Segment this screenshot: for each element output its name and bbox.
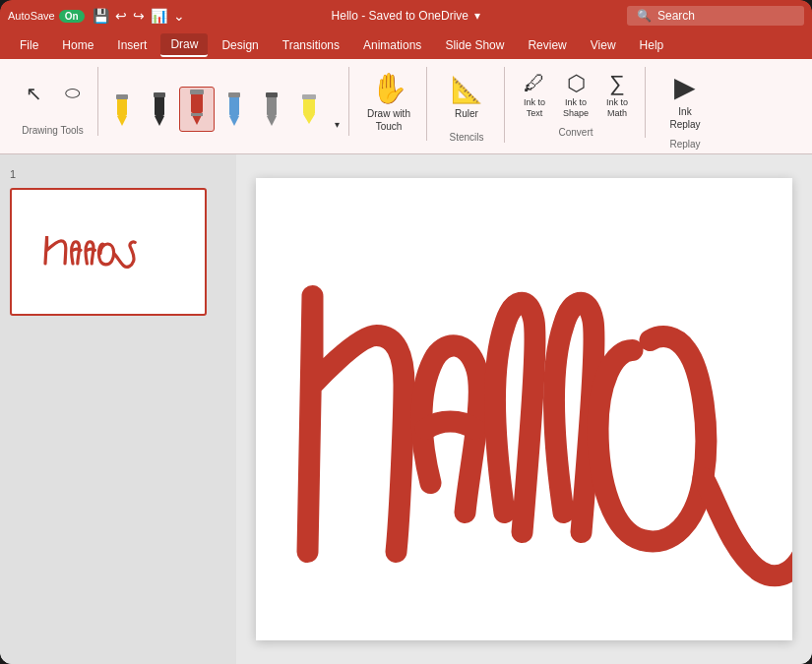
ruler-button[interactable]: 📐 Ruler	[437, 67, 496, 128]
menu-help[interactable]: Help	[630, 34, 674, 56]
convert-group: 🖊 Ink toText ⬡ Ink toShape ∑ Ink toMath …	[507, 67, 646, 138]
svg-rect-5	[154, 92, 165, 97]
document-title: Hello - Saved to OneDrive	[332, 9, 468, 23]
pens-dropdown-icon: ▾	[335, 119, 340, 130]
pen-yellow2-button[interactable]	[291, 92, 327, 132]
svg-marker-1	[117, 116, 127, 126]
ink-replay-label: InkReplay	[669, 105, 700, 131]
search-bar[interactable]: 🔍 Search	[627, 6, 804, 26]
slide-thumbnail[interactable]	[10, 188, 207, 316]
slides-panel: 1	[0, 154, 236, 664]
search-icon: 🔍	[637, 9, 652, 23]
ruler-label: Ruler	[455, 107, 478, 120]
title-dropdown-icon[interactable]: ▾	[474, 9, 480, 23]
ink-to-text-button[interactable]: 🖊 Ink toText	[515, 67, 554, 123]
menu-file[interactable]: File	[10, 34, 48, 56]
svg-marker-17	[303, 114, 315, 124]
pen-yellow-button[interactable]	[104, 92, 140, 132]
pen-blue-button[interactable]	[217, 91, 252, 132]
svg-rect-10	[229, 94, 239, 116]
drawing-tools-label: Drawing Tools	[22, 121, 84, 136]
drawing-tools-group: ↖ ⬭ Drawing Tools	[8, 67, 98, 136]
replay-icon: ▶	[674, 71, 696, 103]
svg-rect-2	[116, 94, 128, 99]
svg-rect-8	[190, 90, 204, 94]
svg-rect-3	[155, 94, 164, 116]
ribbon-content: ↖ ⬭ Drawing Tools	[0, 63, 812, 153]
main-content: 1	[0, 154, 812, 664]
expand-icon[interactable]: ⌄	[173, 8, 185, 24]
ink-to-text-label: Ink toText	[524, 97, 545, 119]
redo-icon[interactable]: ↪	[133, 8, 145, 24]
autosave-label: AutoSave	[8, 10, 55, 22]
menu-slideshow[interactable]: Slide Show	[435, 34, 514, 56]
svg-rect-12	[228, 92, 240, 97]
menu-animations[interactable]: Animations	[353, 34, 431, 56]
select-icon: ↖	[26, 82, 42, 105]
menu-design[interactable]: Design	[212, 34, 268, 56]
main-slide-area[interactable]	[236, 154, 812, 664]
pen-gray-icon	[265, 92, 279, 130]
undo-icon[interactable]: ↩	[115, 8, 127, 24]
save-icon[interactable]: 💾	[93, 8, 109, 24]
ink-to-shape-button[interactable]: ⬡ Ink toShape	[556, 67, 595, 123]
title-bar: AutoSave On 💾 ↩ ↪ 📊 ⌄ Hello - Saved to O…	[0, 0, 812, 31]
lasso-tool-button[interactable]: ⬭	[54, 79, 90, 109]
draw-with-touch-group: ✋ Draw withTouch	[351, 67, 427, 141]
menu-transitions[interactable]: Transitions	[273, 34, 349, 56]
lasso-icon: ⬭	[65, 83, 80, 103]
svg-rect-9	[191, 113, 203, 116]
ink-to-math-button[interactable]: ∑ Ink toMath	[597, 67, 637, 123]
ink-to-shape-icon: ⬡	[567, 71, 586, 96]
menu-review[interactable]: Review	[518, 34, 576, 56]
presenter-icon[interactable]: 📊	[151, 8, 167, 24]
replay-label: Replay	[669, 135, 700, 150]
menu-bar: File Home Insert Draw Design Transitions…	[0, 31, 812, 59]
stencils-label: Stencils	[449, 128, 483, 143]
svg-rect-13	[267, 94, 277, 116]
ink-to-math-label: Ink toMath	[606, 97, 628, 119]
pens-group: ▾	[100, 67, 349, 136]
search-placeholder: Search	[657, 9, 695, 23]
select-tool-button[interactable]: ↖	[16, 78, 51, 111]
svg-rect-15	[266, 92, 278, 97]
pen-dark-button[interactable]	[142, 91, 177, 132]
slide-number: 1	[10, 168, 16, 180]
slide-thumb-container: 1	[10, 188, 226, 316]
pen-yellow2-icon	[300, 94, 318, 130]
svg-marker-11	[229, 116, 239, 126]
draw-with-touch-button[interactable]: ✋ Draw withTouch	[359, 67, 418, 137]
ruler-icon: 📐	[451, 75, 482, 105]
ink-replay-button[interactable]: ▶ InkReplay	[656, 67, 715, 135]
pens-dropdown-button[interactable]: ▾	[329, 117, 344, 132]
menu-insert[interactable]: Insert	[107, 34, 156, 56]
autosave-toggle[interactable]: On	[59, 10, 85, 23]
titlebar-icons: 💾 ↩ ↪ 📊 ⌄	[93, 8, 185, 24]
pen-gray-button[interactable]	[254, 91, 289, 132]
draw-touch-label: Draw withTouch	[367, 107, 410, 133]
pen-red-button[interactable]	[179, 87, 215, 132]
menu-view[interactable]: View	[581, 34, 626, 56]
svg-rect-18	[302, 94, 316, 99]
pen-red-icon	[189, 90, 205, 129]
drawing-tools-buttons: ↖ ⬭	[16, 67, 90, 121]
pen-dark-icon	[153, 92, 166, 130]
ink-to-shape-label: Ink toShape	[563, 97, 589, 119]
pens-tools: ▾	[104, 67, 344, 132]
main-hello-svg	[256, 178, 792, 640]
convert-buttons: 🖊 Ink toText ⬡ Ink toShape ∑ Ink toMath	[515, 67, 637, 123]
menu-home[interactable]: Home	[52, 34, 103, 56]
stencils-group: 📐 Ruler Stencils	[429, 67, 505, 143]
pen-yellow-icon	[113, 94, 131, 130]
title-center: Hello - Saved to OneDrive ▾	[193, 9, 619, 23]
ink-to-text-icon: 🖊	[524, 71, 545, 96]
convert-label: Convert	[558, 123, 593, 138]
menu-draw[interactable]: Draw	[160, 33, 208, 57]
ribbon: ↖ ⬭ Drawing Tools	[0, 59, 812, 154]
thumbnail-hello-svg	[30, 212, 187, 291]
autosave-section: AutoSave On	[8, 10, 85, 23]
svg-marker-14	[267, 116, 277, 126]
device-frame: AutoSave On 💾 ↩ ↪ 📊 ⌄ Hello - Saved to O…	[0, 0, 812, 664]
ink-to-math-icon: ∑	[609, 71, 625, 96]
svg-marker-4	[155, 116, 164, 126]
